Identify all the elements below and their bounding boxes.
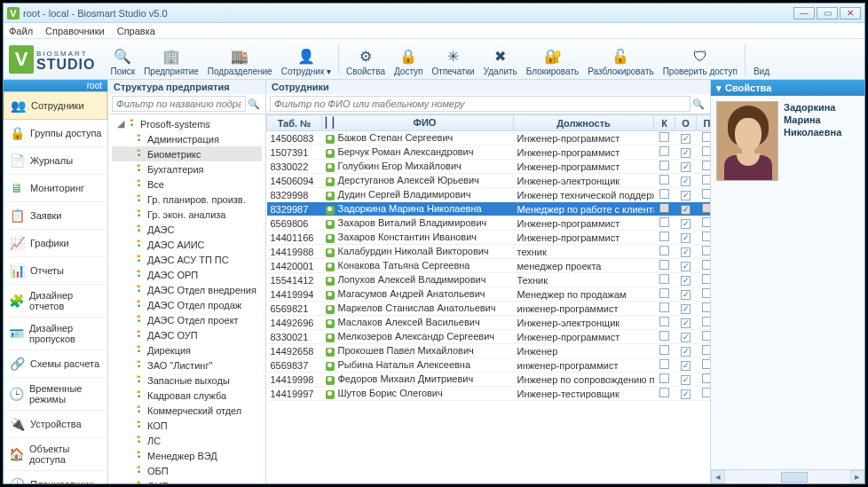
close-button[interactable]: ✕ <box>840 7 861 20</box>
nav-scheduler[interactable]: 🕘Планировщик <box>4 471 107 483</box>
nav-access-objects[interactable]: 🏠Объекты доступа <box>4 438 107 471</box>
checkbox[interactable] <box>702 331 710 341</box>
checkbox[interactable]: ✓ <box>681 148 690 158</box>
checkbox[interactable] <box>702 388 710 397</box>
checkbox[interactable] <box>702 317 710 326</box>
checkbox[interactable] <box>702 203 710 213</box>
checkbox[interactable]: ✓ <box>681 389 690 399</box>
table-row[interactable]: 14492658Прокошев Павел МихайловичИнженер… <box>267 344 711 358</box>
checkbox[interactable] <box>659 232 669 241</box>
checkbox[interactable]: ✓ <box>681 247 690 257</box>
tree-node[interactable]: ДАЭС ОУП <box>112 327 262 342</box>
employees-grid[interactable]: Таб. № ▏▏ФИО Должность К О П Д 14506083Б… <box>266 114 710 483</box>
tree[interactable]: ◢Prosoft-systemsАдминистрацияБиометриксБ… <box>108 114 265 483</box>
table-row[interactable]: 6569821Маркелов Станислав Анатольевичинж… <box>267 302 711 316</box>
maximize-button[interactable]: ▭ <box>817 7 838 20</box>
checkbox[interactable] <box>702 132 710 142</box>
table-row[interactable]: 15541412Лопухов Алексей ВладимировичТехн… <box>267 273 711 287</box>
table-row[interactable]: 6569837Рыбина Наталья Алексеевнаинженер-… <box>267 358 711 373</box>
nav-charts[interactable]: 📈Графики <box>4 230 107 257</box>
menu-file[interactable]: Файл <box>9 26 33 36</box>
tool-search[interactable]: 🔍Поиск <box>106 41 139 78</box>
tool-view[interactable]: Вид <box>748 41 775 78</box>
tree-node[interactable]: Менеджер ВЭД <box>112 448 262 463</box>
checkbox[interactable]: ✓ <box>681 262 690 271</box>
checkbox[interactable] <box>659 345 669 355</box>
checkbox[interactable]: ✓ <box>681 233 690 243</box>
nav-report-designer[interactable]: 🧩Дизайнер отчетов <box>4 285 107 318</box>
tree-node[interactable]: ДАЭС <box>112 222 262 237</box>
scroll-right-icon[interactable]: ▸ <box>850 470 864 483</box>
table-row[interactable]: 14419988Калабурдин Николай Викторовичтех… <box>267 245 711 259</box>
checkbox[interactable] <box>702 345 710 355</box>
checkbox[interactable] <box>659 260 669 270</box>
checkbox[interactable] <box>659 175 669 185</box>
tree-node[interactable]: Кадровая служба <box>112 388 262 403</box>
col-o[interactable]: О <box>675 115 697 131</box>
tree-node[interactable]: Коммерческий отдел <box>112 403 262 418</box>
tree-node[interactable]: ДАЭС Отдел внедрения <box>112 282 262 297</box>
checkbox[interactable] <box>659 246 669 255</box>
checkbox[interactable] <box>659 203 669 213</box>
tree-node[interactable]: Администрация <box>112 131 262 146</box>
checkbox[interactable] <box>702 161 710 170</box>
tree-node[interactable]: Все <box>112 177 262 192</box>
checkbox[interactable] <box>702 359 710 369</box>
checkbox[interactable]: ✓ <box>681 162 690 172</box>
checkbox[interactable] <box>659 388 669 397</box>
tree-node[interactable]: ДАЭС Отдел продаж <box>112 297 262 312</box>
table-row[interactable]: 14492696Маслаков Алексей ВасильевичИнжен… <box>267 316 711 330</box>
tree-node[interactable]: КОП <box>112 418 262 433</box>
tool-employee[interactable]: 👤Сотрудник ▾ <box>277 41 335 78</box>
tree-node[interactable]: ДАЭС АСУ ТП ПС <box>112 252 262 267</box>
tool-properties[interactable]: ⚙Свойства <box>342 41 390 78</box>
nav-requests[interactable]: 📋Заявки <box>4 202 107 230</box>
checkbox[interactable] <box>659 373 669 383</box>
checkbox[interactable] <box>702 146 710 156</box>
table-row[interactable]: 14401166Захаров Константин ИвановичИнжен… <box>267 231 711 245</box>
tree-node[interactable]: ОИТ <box>112 478 262 483</box>
tree-node[interactable]: ОБП <box>112 463 262 478</box>
table-row[interactable]: 14420001Конакова Татьяна Сергеевнаменедж… <box>267 259 711 273</box>
nav-time-modes[interactable]: 🕒Временные режимы <box>4 378 107 411</box>
tree-node[interactable]: ДАЭС АИИС <box>112 237 262 252</box>
table-row[interactable]: 6569806Захаров Виталий ВладимировичИнжен… <box>267 216 711 231</box>
checkbox[interactable] <box>659 161 669 170</box>
tool-delete[interactable]: ✖Удалить <box>479 41 522 78</box>
table-row[interactable]: 8330022Голубкин Егор МихайловичИнженер-п… <box>267 160 711 174</box>
scroll-left-icon[interactable]: ◂ <box>711 470 725 483</box>
tree-node[interactable]: Запасные выходы <box>112 373 262 388</box>
table-row[interactable]: 8329998Дудин Сергей ВладимировичИнженер … <box>267 188 711 202</box>
table-row[interactable]: 8329987Задоркина Марина НиколаевнаМенедж… <box>267 202 711 216</box>
nav-pass-designer[interactable]: 🪪Дизайнер пропусков <box>4 318 107 350</box>
table-row[interactable]: 14419994Магасумов Андрей АнатольевичМене… <box>267 287 711 302</box>
checkbox[interactable]: ✓ <box>681 191 690 200</box>
tree-node[interactable]: ЛС <box>112 433 262 448</box>
tool-check-access[interactable]: 🛡Проверить доступ <box>659 41 742 78</box>
table-row[interactable]: 14506094Дерстуганов Алексей ЮрьевичИнжен… <box>267 174 711 188</box>
tree-node[interactable]: Дирекция <box>112 342 262 357</box>
nav-journals[interactable]: 📄Журналы <box>4 147 107 175</box>
checkbox[interactable]: ✓ <box>681 375 690 385</box>
checkbox[interactable]: ✓ <box>681 333 690 342</box>
checkbox[interactable] <box>702 217 710 227</box>
properties-header[interactable]: ▾ Свойства <box>711 80 864 96</box>
checkbox[interactable] <box>659 302 669 312</box>
checkbox[interactable] <box>702 189 710 199</box>
checkbox[interactable]: ✓ <box>681 290 690 300</box>
properties-hscroll[interactable]: ◂ ▸ <box>711 469 864 483</box>
tree-node[interactable]: Гр. экон. анализа <box>112 207 262 222</box>
menu-help[interactable]: Справка <box>117 26 155 36</box>
checkbox[interactable] <box>659 317 669 326</box>
tool-department[interactable]: 🏬Подразделение <box>203 41 277 78</box>
tree-root[interactable]: ◢Prosoft-systems <box>112 116 262 131</box>
table-row[interactable]: 14419997Шутов Борис ОлеговичИнженер-тест… <box>267 387 711 401</box>
checkbox[interactable]: ✓ <box>681 205 690 215</box>
checkbox[interactable]: ✓ <box>681 347 690 357</box>
checkbox[interactable] <box>702 302 710 312</box>
nav-access-groups[interactable]: 🔒Группы доступа <box>4 120 107 147</box>
col-fio[interactable]: ▏▏ФИО <box>322 115 514 131</box>
table-row[interactable]: 14506083Бажов Степан СергеевичИнженер-пр… <box>267 131 711 145</box>
checkbox[interactable] <box>702 232 710 241</box>
checkbox[interactable] <box>659 146 669 156</box>
